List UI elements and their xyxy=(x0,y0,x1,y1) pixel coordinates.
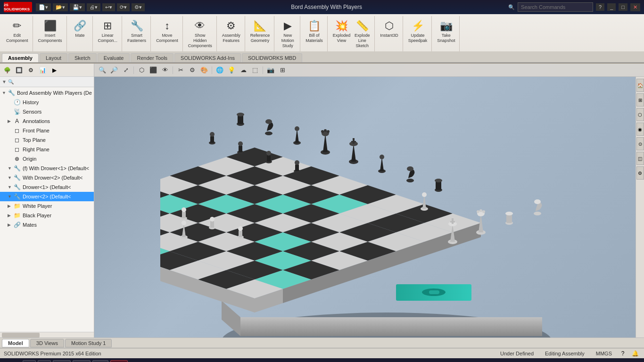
zoom-in-btn[interactable]: 🔍 xyxy=(97,66,107,75)
tab-solidworks-mbd[interactable]: SOLIDWORKS MBD xyxy=(242,53,302,62)
rs-view3-btn[interactable]: ◉ xyxy=(636,123,644,136)
panel-scroll-x[interactable] xyxy=(0,332,94,337)
panel-more-btn[interactable]: ▶ xyxy=(49,66,59,75)
tab-3d-views[interactable]: 3D Views xyxy=(30,339,64,347)
start-button[interactable]: ⊞ xyxy=(2,360,21,362)
taskbar-files[interactable]: 🗂 xyxy=(92,360,108,362)
rs-view2-btn[interactable]: ⬡ xyxy=(636,108,644,121)
taskbar-cortana[interactable]: ⬤ xyxy=(38,360,51,362)
view-settings-btn[interactable]: ⚙ xyxy=(187,66,198,75)
bill-of-materials-icon: 📋 xyxy=(308,20,321,32)
tree-icon-right-plane: ◻ xyxy=(13,146,21,153)
show-hidden-btn[interactable]: 👁 ShowHiddenComponents xyxy=(187,18,214,50)
taskbar-file-explorer[interactable]: 📁 xyxy=(53,360,71,362)
tree-item-history[interactable]: 🕐 History xyxy=(0,98,94,107)
panel-dim-btn[interactable]: 📊 xyxy=(37,66,48,75)
save-btn[interactable]: 💾▾ xyxy=(70,3,85,11)
viewport-settings-btn[interactable]: ⊞ xyxy=(277,66,288,75)
tab-solidworks-addins[interactable]: SOLIDWORKS Add-Ins xyxy=(174,53,241,62)
shadows-btn[interactable]: ☁ xyxy=(238,66,248,75)
tree-icon-black-player: 📁 xyxy=(13,212,21,219)
zoom-out-btn[interactable]: 🔎 xyxy=(109,66,119,75)
svg-point-54 xyxy=(210,217,215,222)
new-motion-study-group: ▶ NewMotionStudy xyxy=(275,16,300,51)
maximize-btn[interactable]: □ xyxy=(619,3,627,11)
tree-item-with-drower2[interactable]: ▼ 🔧 With Drower<2> (Default< xyxy=(0,173,94,182)
display-style-btn[interactable]: ⬛ xyxy=(148,66,158,75)
search-input[interactable] xyxy=(518,2,593,12)
panel-pm-btn[interactable]: 🔲 xyxy=(14,66,24,75)
options-btn[interactable]: ⚙▾ xyxy=(132,3,145,11)
taskbar-solidworks[interactable]: SW xyxy=(110,360,128,362)
smart-fasteners-btn[interactable]: 🔧 SmartFasteners xyxy=(126,18,148,45)
reference-geometry-btn[interactable]: 📐 ReferenceGeometry xyxy=(249,18,272,45)
tree-item-top-plane[interactable]: ◻ Top Plane xyxy=(0,135,94,145)
hide-show-btn[interactable]: 👁 xyxy=(160,66,170,75)
rs-view6-btn[interactable]: ⚙ xyxy=(636,166,644,180)
move-component-btn[interactable]: ↕ MoveComponent xyxy=(155,18,180,45)
tree-item-right-plane[interactable]: ◻ Right Plane xyxy=(0,145,94,154)
tree-item-drower2[interactable]: ▼ 🔧 Drower<2> (Default< xyxy=(0,192,94,201)
tree-item-sensors[interactable]: 📡 Sensors xyxy=(0,107,94,116)
new-motion-study-btn[interactable]: ▶ NewMotionStudy xyxy=(278,18,297,50)
tree-item-white-player[interactable]: ▶ 📁 White Player xyxy=(0,201,94,211)
tree-item-annotations[interactable]: ▶ A Annotations xyxy=(0,116,94,126)
panel-config-btn[interactable]: ⚙ xyxy=(25,66,36,75)
tree-item-with-drower1[interactable]: ▼ 🔧 (f) With Drower<1> (Default< xyxy=(0,164,94,173)
tree-item-drower1[interactable]: ▼ 🔧 Drower<1> (Default< xyxy=(0,182,94,192)
capture-view-btn[interactable]: 📷 xyxy=(265,66,276,75)
rs-view1-btn[interactable]: ⊞ xyxy=(636,93,644,107)
drawer-handle-detail xyxy=(429,290,439,294)
insert-components-btn[interactable]: ⬛ InsertComponents xyxy=(37,18,64,45)
mate-btn[interactable]: 🔗 Mate xyxy=(71,18,90,40)
explode-line-sketch-btn[interactable]: 📏 ExplodeLineSketch xyxy=(353,18,372,50)
section-view-btn[interactable]: ✂ xyxy=(175,66,186,75)
tree-item-origin[interactable]: ⊕ Origin xyxy=(0,154,94,164)
assembly-features-btn[interactable]: ⚙ AssemblyFeatures xyxy=(221,18,242,45)
help-btn[interactable]: ? xyxy=(596,3,604,11)
filter-icon: ▼ 🔍 xyxy=(2,79,14,84)
new-btn[interactable]: 📄▾ xyxy=(36,3,51,11)
tab-sketch[interactable]: Sketch xyxy=(68,53,97,62)
rs-view4-btn[interactable]: ⊙ xyxy=(636,137,644,150)
tree-item-root[interactable]: ▼ 🔧 Bord Assembly With Players (De xyxy=(0,88,94,98)
help-icon-btn[interactable]: ? xyxy=(618,349,628,358)
tree-item-mates[interactable]: ▶ 🔗 Mates xyxy=(0,220,94,230)
edit-component-btn[interactable]: ✏ EditComponent xyxy=(5,18,30,45)
tab-render-tools[interactable]: Render Tools xyxy=(131,53,173,62)
appearance-btn[interactable]: 🎨 xyxy=(199,66,209,75)
tab-layout[interactable]: Layout xyxy=(40,53,67,62)
viewport[interactable]: 🔍 🔎 ⤢ ⬡ ⬛ 👁 ✂ ⚙ 🎨 🌐 💡 ☁ ⬚ 📷 ⊞ xyxy=(94,64,644,337)
rs-view5-btn[interactable]: ◫ xyxy=(636,152,644,165)
bill-of-materials-btn[interactable]: 📋 Bill ofMaterials xyxy=(304,18,324,45)
tree-item-black-player[interactable]: ▶ 📁 Black Player xyxy=(0,211,94,220)
tree-item-front-plane[interactable]: ◻ Front Plane xyxy=(0,126,94,135)
panel-featuremgr-btn[interactable]: 🌳 xyxy=(2,66,12,75)
realview-btn[interactable]: 💡 xyxy=(226,66,237,75)
exploded-view-btn[interactable]: 💥 ExplodedView xyxy=(331,18,352,45)
rs-home-btn[interactable]: 🏠 xyxy=(636,79,644,92)
tree-area[interactable]: ▼ 🔧 Bord Assembly With Players (De 🕐 His… xyxy=(0,87,94,332)
rebuild-btn[interactable]: ⟳▾ xyxy=(117,3,130,11)
take-snapshot-btn[interactable]: 📷 TakeSnapshot xyxy=(436,18,456,45)
tab-motion-study-1[interactable]: Motion Study 1 xyxy=(65,339,112,347)
undo-btn[interactable]: ↩▾ xyxy=(102,3,115,11)
perspective-btn[interactable]: ⬚ xyxy=(250,66,260,75)
close-btn[interactable]: ✕ xyxy=(630,3,640,11)
tab-model[interactable]: Model xyxy=(2,339,29,347)
taskbar-chrome[interactable]: 🌐 xyxy=(73,360,91,362)
instant3d-btn[interactable]: ⬡ Instant3D xyxy=(379,18,400,40)
notification-btn[interactable]: 🔔 xyxy=(630,349,640,358)
taskbar-search[interactable]: 🔍 xyxy=(23,360,36,362)
linear-component-btn[interactable]: ⊞ LinearCompon... xyxy=(97,18,119,45)
minimize-btn[interactable]: _ xyxy=(607,3,616,11)
scene-btn[interactable]: 🌐 xyxy=(215,66,225,75)
open-btn[interactable]: 📂▾ xyxy=(53,3,68,11)
view-orient-btn[interactable]: ⬡ xyxy=(136,66,147,75)
tree-expand-drower2: ▼ xyxy=(8,194,13,199)
print-btn[interactable]: 🖨▾ xyxy=(87,3,100,11)
update-speedpak-btn[interactable]: ⚡ UpdateSpeedpak xyxy=(407,18,429,45)
zoom-fit-btn[interactable]: ⤢ xyxy=(121,66,131,75)
tab-assembly[interactable]: Assembly xyxy=(2,53,39,62)
tab-evaluate[interactable]: Evaluate xyxy=(98,53,130,62)
